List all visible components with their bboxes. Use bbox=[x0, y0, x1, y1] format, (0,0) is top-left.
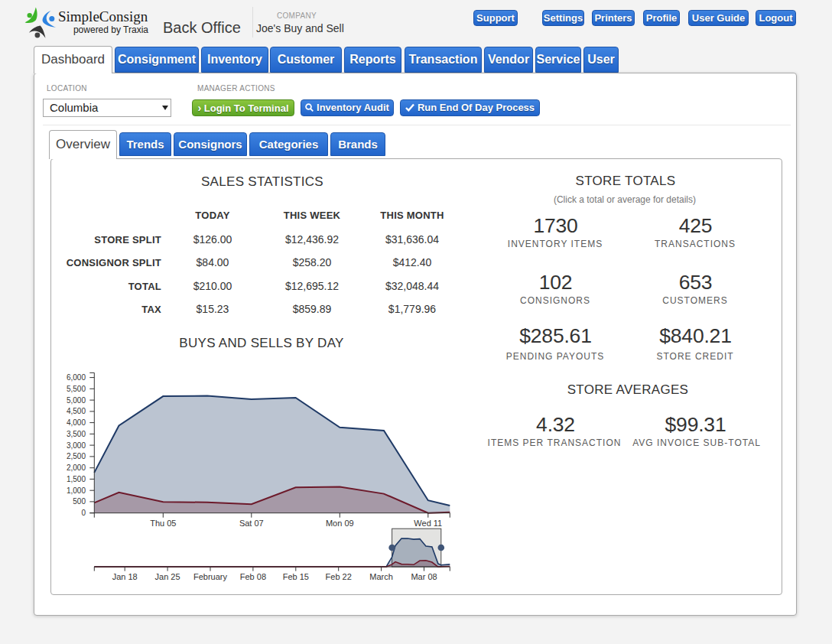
svg-text:1,500: 1,500 bbox=[67, 475, 86, 483]
svg-text:5,500: 5,500 bbox=[67, 385, 86, 393]
svg-text:Feb 15: Feb 15 bbox=[283, 572, 309, 581]
svg-text:4,000: 4,000 bbox=[67, 418, 86, 427]
svg-text:3,500: 3,500 bbox=[67, 430, 86, 438]
svg-text:Mar 08: Mar 08 bbox=[411, 572, 437, 581]
svg-text:Feb 08: Feb 08 bbox=[240, 572, 266, 581]
svg-text:February: February bbox=[193, 572, 228, 581]
svg-text:Wed 11: Wed 11 bbox=[414, 519, 442, 528]
svg-text:Sat 07: Sat 07 bbox=[239, 519, 264, 528]
svg-text:4,500: 4,500 bbox=[67, 407, 86, 415]
svg-text:2,000: 2,000 bbox=[67, 463, 86, 472]
svg-text:0: 0 bbox=[81, 509, 86, 517]
svg-text:Thu 05: Thu 05 bbox=[150, 519, 176, 528]
svg-text:Mon 09: Mon 09 bbox=[326, 519, 354, 528]
svg-text:5,000: 5,000 bbox=[67, 396, 86, 405]
svg-text:Feb 22: Feb 22 bbox=[326, 572, 352, 581]
svg-text:2,500: 2,500 bbox=[67, 452, 86, 460]
svg-text:Jan 18: Jan 18 bbox=[112, 572, 138, 581]
svg-text:Jan 25: Jan 25 bbox=[155, 572, 180, 581]
svg-text:1,000: 1,000 bbox=[67, 486, 86, 495]
svg-text:March: March bbox=[369, 572, 393, 581]
svg-text:3,000: 3,000 bbox=[67, 441, 86, 450]
svg-text:500: 500 bbox=[73, 497, 86, 506]
svg-text:6,000: 6,000 bbox=[67, 373, 86, 382]
